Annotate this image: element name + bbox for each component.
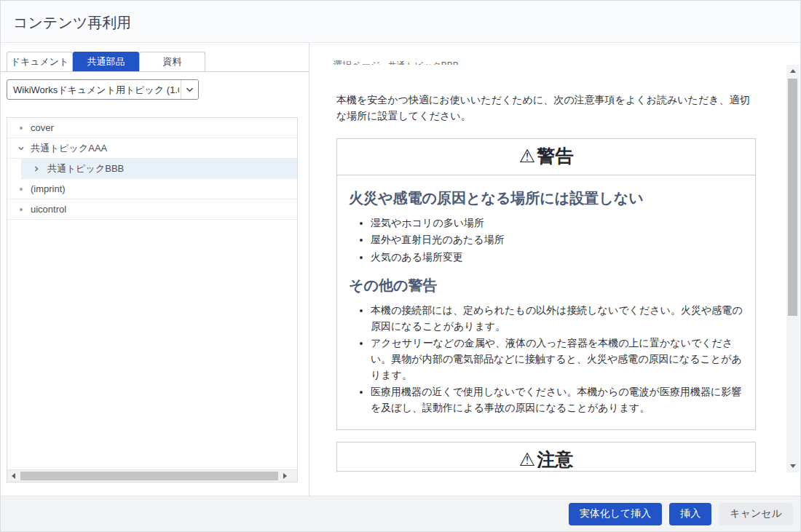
list-item: アクセサリーなどの金属や、液体の入った容器を本機の上に置かないでください。異物が… xyxy=(371,336,743,383)
tree-item-uicontrol[interactable]: uicontrol xyxy=(7,199,297,220)
tab-shared-parts[interactable]: 共通部品 xyxy=(73,52,139,71)
tree-item-label: cover xyxy=(31,118,54,138)
scroll-left-icon[interactable] xyxy=(7,470,20,482)
chevron-down-icon[interactable] xyxy=(16,138,26,158)
warning-icon: ⚠ xyxy=(519,146,535,166)
tree-item-label: (imprint) xyxy=(31,179,66,199)
tab-document[interactable]: ドキュメント xyxy=(7,52,73,71)
preview-vertical-scrollbar[interactable] xyxy=(786,65,799,472)
list-item: 医療用機器の近くで使用しないでください。本機からの電波が医療用機器に影響を及ぼし… xyxy=(371,384,743,416)
bullet-icon xyxy=(16,118,26,138)
dialog-footer: 実体化して挿入 挿入 キャンセル xyxy=(1,496,800,531)
tree-item-topic-bbb[interactable]: 共通トピックBBB xyxy=(21,159,297,179)
tree-item-label: 共通トピックAAA xyxy=(31,138,107,158)
warning-bullet-list: 湿気やホコリの多い場所 屋外や直射日光のあたる場所 火気のある場所変更 xyxy=(349,215,743,266)
warning-bullet-list: 本機の接続部には、定められたもの以外は接続しないでください。火災や感電の原因にな… xyxy=(349,303,743,416)
document-type-select[interactable]: WikiWorksドキュメント用トピック (1.00版 xyxy=(7,79,199,100)
caution-box-title: ⚠注意 xyxy=(337,442,755,472)
page-tree: cover 共通トピックAAA 共通トピックBBB (impri xyxy=(7,117,298,483)
preview-clip-line xyxy=(336,471,756,472)
cancel-button[interactable]: キャンセル xyxy=(719,503,793,525)
dialog-body: ドキュメント 共通部品 資料 WikiWorksドキュメント用トピック (1.0… xyxy=(1,43,800,497)
warning-section-heading: 火災や感電の原因となる場所には設置しない xyxy=(349,188,743,208)
warning-box-body: 火災や感電の原因となる場所には設置しない 湿気やホコリの多い場所 屋外や直射日光… xyxy=(337,175,755,429)
materialize-insert-button[interactable]: 実体化して挿入 xyxy=(569,503,663,525)
list-item: 湿気やホコリの多い場所 xyxy=(371,215,743,231)
scroll-down-icon[interactable] xyxy=(786,460,799,472)
chevron-down-icon xyxy=(186,87,194,92)
tree-item-cover[interactable]: cover xyxy=(7,118,297,138)
list-item: 火気のある場所変更 xyxy=(371,250,743,266)
dialog-header: コンテンツ再利用 xyxy=(1,1,800,43)
insert-button[interactable]: 挿入 xyxy=(669,503,711,525)
list-item: 本機の接続部には、定められたもの以外は接続しないでください。火災や感電の原因にな… xyxy=(371,303,743,334)
warning-section-heading: その他の警告 xyxy=(349,276,743,295)
tree-horizontal-scrollbar[interactable] xyxy=(7,469,297,482)
scroll-right-icon[interactable] xyxy=(279,470,291,482)
preview-content: 本機を安全かつ快適にお使いいただくために、次の注意事項をよくお読みいただき、適切… xyxy=(336,92,756,472)
tab-strip: ドキュメント 共通部品 資料 xyxy=(7,52,309,71)
tree-item-imprint[interactable]: (imprint) xyxy=(7,179,297,199)
caution-title-text: 注意 xyxy=(537,449,573,469)
intro-paragraph: 本機を安全かつ快適にお使いいただくために、次の注意事項をよくお読みいただき、適切… xyxy=(336,92,756,124)
tab-strip-divider xyxy=(1,71,309,72)
preview-panel: 選択ページ共通トピックBBB 本機を安全かつ快適にお使いいただくために、次の注意… xyxy=(310,43,800,497)
bullet-icon xyxy=(16,179,26,199)
document-type-select-value: WikiWorksドキュメント用トピック (1.00版 xyxy=(13,84,179,97)
warning-box-title: ⚠警告 xyxy=(337,139,755,175)
dialog-title: コンテンツ再利用 xyxy=(13,13,131,33)
scroll-up-icon[interactable] xyxy=(786,65,799,77)
tree-item-label: uicontrol xyxy=(31,199,66,219)
horizontal-scrollbar-thumb[interactable] xyxy=(20,472,278,480)
vertical-scrollbar-thumb[interactable] xyxy=(788,79,797,316)
content-reuse-dialog: コンテンツ再利用 ドキュメント 共通部品 資料 WikiWorksドキュメント用… xyxy=(0,0,801,532)
list-item: 屋外や直射日光のあたる場所 xyxy=(371,232,743,248)
source-panel: ドキュメント 共通部品 資料 WikiWorksドキュメント用トピック (1.0… xyxy=(1,43,309,497)
bullet-icon xyxy=(16,199,26,219)
tree-item-label: 共通トピックBBB xyxy=(47,159,124,178)
warning-title-text: 警告 xyxy=(537,146,573,166)
warning-icon: ⚠ xyxy=(519,449,535,469)
page-preview: 本機を安全かつ快適にお使いいただくために、次の注意事項をよくお読みいただき、適切… xyxy=(325,65,799,472)
caution-box: ⚠注意 けがにご注意ください xyxy=(336,442,756,472)
select-dropdown-button[interactable] xyxy=(181,80,198,99)
warning-box: ⚠警告 火災や感電の原因となる場所には設置しない 湿気やホコリの多い場所 屋外や… xyxy=(336,138,756,430)
chevron-right-icon[interactable] xyxy=(31,159,42,178)
tab-materials[interactable]: 資料 xyxy=(139,52,205,71)
tree-item-topic-aaa[interactable]: 共通トピックAAA xyxy=(7,138,297,159)
